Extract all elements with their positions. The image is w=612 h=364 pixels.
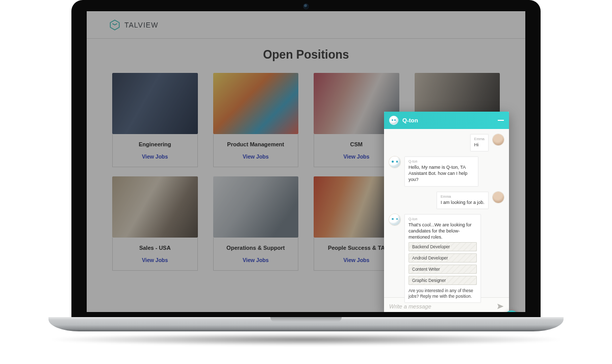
laptop-mockup: TALVIEW Open Positions Engineering View … [71, 0, 541, 336]
laptop-base [48, 317, 564, 331]
bot-avatar-icon [389, 157, 400, 168]
card-title: Operations & Support [217, 245, 295, 251]
brand-name: TALVIEW [124, 21, 158, 29]
laptop-shadow [46, 333, 566, 346]
chat-message-bot: Q-ton That's cool...We are looking for c… [389, 214, 504, 303]
card-thumbnail [213, 73, 299, 134]
user-avatar-icon [493, 134, 504, 145]
laptop-bezel: TALVIEW Open Positions Engineering View … [71, 0, 541, 321]
position-card: Product Management View Jobs [213, 73, 299, 167]
send-icon[interactable] [497, 303, 504, 310]
app-header: TALVIEW [87, 11, 525, 39]
message-text: That's cool...We are looking for candida… [409, 222, 472, 240]
brand-logo[interactable]: TALVIEW [109, 19, 158, 31]
card-title: Engineering [116, 141, 194, 147]
camera-dot [303, 4, 309, 9]
chat-message-bot: Q-ton Hello, My name is Q-ton, TA Assist… [389, 157, 504, 186]
chat-input[interactable] [389, 303, 493, 309]
message-text: Hi [474, 142, 479, 147]
sender-label: Emma [474, 137, 484, 141]
position-card: Operations & Support View Jobs [213, 176, 299, 271]
chat-message-user: Emma Hi [389, 134, 504, 151]
bot-avatar-icon [389, 116, 398, 125]
view-jobs-link[interactable]: View Jobs [343, 257, 369, 263]
app-screen: TALVIEW Open Positions Engineering View … [87, 11, 525, 312]
chat-option[interactable]: Content Writer [409, 265, 477, 274]
bot-avatar-icon [389, 214, 400, 225]
minimize-icon[interactable] [498, 120, 504, 121]
message-text: Hello, My name is Q-ton, TA Assistant Bo… [409, 165, 468, 182]
chat-widget: Q-ton Emma Hi Q-ton [384, 112, 509, 312]
chat-body: Emma Hi Q-ton Hello, My name is Q-ton, T… [384, 129, 509, 297]
view-jobs-link[interactable]: View Jobs [343, 153, 369, 160]
view-jobs-link[interactable]: View Jobs [142, 153, 168, 160]
view-jobs-link[interactable]: View Jobs [142, 257, 168, 263]
chat-header[interactable]: Q-ton [384, 112, 509, 129]
card-title: Product Management [217, 141, 295, 147]
chat-option[interactable]: Graphic Designer [409, 276, 477, 285]
chat-option[interactable]: Backend Developer [409, 242, 477, 251]
view-jobs-link[interactable]: View Jobs [243, 257, 269, 263]
position-card: Engineering View Jobs [112, 73, 198, 167]
message-text: I am looking for a job. [441, 200, 484, 205]
chat-option[interactable]: Android Developer [409, 253, 477, 263]
view-jobs-link[interactable]: View Jobs [243, 153, 269, 160]
hexagon-icon [109, 19, 120, 31]
chat-message-user: Emma I am looking for a job. [389, 192, 504, 209]
card-thumbnail [112, 176, 198, 238]
sender-label: Q-ton [409, 217, 477, 221]
user-avatar-icon [493, 192, 504, 203]
message-followup: Are you interested in any of these jobs?… [409, 288, 477, 299]
card-thumbnail [112, 73, 198, 134]
sender-label: Emma [441, 195, 484, 198]
position-card: Sales - USA View Jobs [112, 176, 198, 271]
card-thumbnail [213, 176, 299, 238]
chat-title: Q-ton [402, 117, 418, 123]
sender-label: Q-ton [409, 160, 474, 163]
card-title: Sales - USA [116, 245, 194, 251]
page-title: Open Positions [87, 48, 525, 62]
